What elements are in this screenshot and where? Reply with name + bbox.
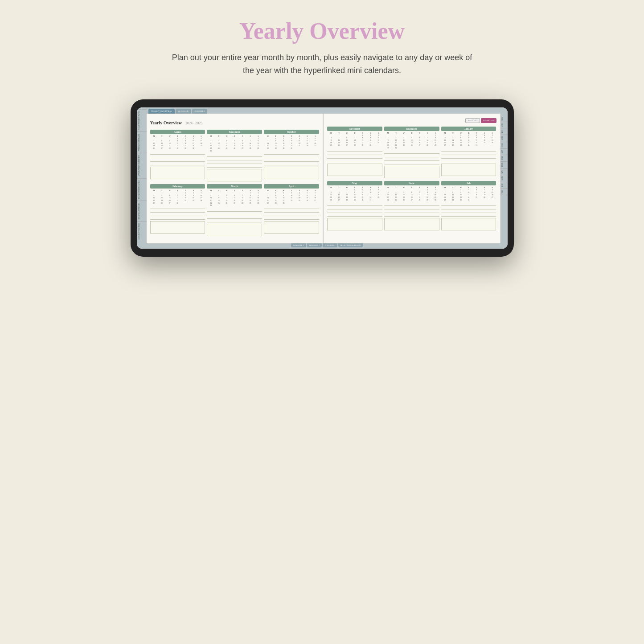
sidebar-tab-apr[interactable]: APR (500, 169, 508, 176)
sidebar-tab-jul[interactable]: JUL (500, 189, 508, 195)
sidebar-tab-nov[interactable]: NOV (500, 135, 508, 142)
sidebar-tab-application[interactable]: APPLICATION OVERVIEW (137, 153, 147, 178)
sidebar-tab-extra[interactable]: EXTRACURRICULARS (137, 178, 147, 201)
note-line (441, 203, 496, 206)
october-header[interactable]: October (264, 130, 319, 134)
january-header[interactable]: January (441, 127, 496, 131)
tab-25-goals[interactable]: 25 GOALS (192, 109, 208, 114)
note-line (207, 216, 262, 219)
january-cal: MTWTFSS 12345 6789101112 13141516171819 … (441, 132, 496, 147)
sidebar-tab-may[interactable]: MAY (500, 175, 508, 182)
may-cal: MTWTFSS 1234 567891011 12131415161718 19… (327, 186, 382, 201)
goals-button[interactable]: 2024 GOALS (465, 118, 480, 123)
note-box (150, 167, 205, 179)
december-days-header: MTWTFSS (384, 132, 439, 134)
sidebar-tab-oct[interactable]: OCT (500, 128, 508, 135)
note-line (384, 210, 439, 213)
august-cal: MTWTFSS 1234 567891011 12131415161718 19… (150, 135, 205, 150)
june-grid: 12 3456789 10111213141516 17181920212223… (384, 189, 439, 201)
right-planner-header: 2024 GOALS DASHBOARD (327, 118, 496, 123)
july-grid: 123456 78910111213 14151617181920 212223… (441, 189, 496, 201)
left-page: Yearly Overview 2024 · 2025 August MTWTF… (147, 114, 324, 243)
sidebar-tab-sep[interactable]: SEP (500, 122, 508, 128)
note-line (207, 164, 262, 168)
note-line (150, 206, 205, 209)
november-header[interactable]: November (327, 127, 382, 131)
march-header[interactable]: March (207, 184, 262, 189)
note-line (441, 210, 496, 213)
note-box (384, 166, 439, 178)
planner-title: Yearly Overview (150, 120, 182, 125)
sidebar-tab-dec[interactable]: DEC (500, 142, 508, 149)
october-grid: 123456 78910111213 14151617181920 212223… (264, 138, 319, 150)
note-box (207, 169, 262, 181)
month-june: June MTWTFSS 12 3456789 10111213141516 (384, 181, 439, 230)
may-notes (327, 203, 382, 230)
note-line (207, 212, 262, 215)
sidebar-tab-savings[interactable]: SAVINGS TRACKER (137, 221, 147, 241)
planner-header: Yearly Overview 2024 · 2025 (150, 118, 320, 126)
february-header[interactable]: February (150, 184, 205, 189)
bottom-tabs: SEMESTER 1 SEMESTER 2 POMODORO PROJECTS … (147, 243, 508, 249)
sidebar-tab-mcat[interactable]: MCAT DASHBOARD (137, 201, 147, 221)
tab-pomodoro[interactable]: POMODORO (323, 243, 337, 247)
right-page: 2024 GOALS DASHBOARD November MTWTFSS (324, 114, 500, 243)
july-header[interactable]: Jule (441, 181, 496, 185)
sidebar-tab-jan[interactable]: JAN (500, 149, 508, 155)
may-header[interactable]: May (327, 181, 382, 185)
month-december: December MTWTFSS 1 2345678 9101112131415 (384, 127, 439, 179)
july-notes (441, 203, 496, 230)
note-line (327, 206, 382, 209)
sidebar-tab-jun[interactable]: JUN (500, 182, 508, 189)
tab-yearly-overview[interactable]: YEARLY OVERVIEW (148, 109, 175, 114)
july-days-header: MTWTFSS (441, 186, 496, 189)
note-line (264, 152, 319, 155)
march-notes (207, 209, 262, 236)
note-box (264, 221, 319, 234)
january-days-header: MTWTFSS (441, 132, 496, 134)
september-cal: MTWTFSS 1 2345678 9101112131415 16171819… (207, 135, 262, 153)
june-header[interactable]: June (384, 181, 439, 185)
note-line (441, 206, 496, 209)
header-buttons: 2024 GOALS DASHBOARD (465, 118, 496, 123)
sidebar-tab-premed[interactable]: PREMED CHECKLIST (137, 131, 147, 153)
tab-semester2[interactable]: SEMESTER 2 (307, 243, 322, 247)
september-notes (207, 154, 262, 181)
top-tabs: YEARLY OVERVIEW 24 GOALS 25 GOALS (147, 107, 508, 114)
february-notes (150, 206, 205, 234)
dashboard-button[interactable]: DASHBOARD (481, 118, 496, 123)
months-row-1: August MTWTFSS 1234 567891011 1213141516… (150, 130, 320, 182)
sidebar-tab-feb[interactable]: FEB (500, 155, 508, 161)
month-february: February MTWTFSS 123 45678910 1112131415… (150, 184, 205, 236)
november-days-header: MTWTFSS (327, 132, 382, 134)
note-box (384, 218, 439, 230)
december-grid: 1 2345678 9101112131415 16171819202122 2… (384, 135, 439, 150)
note-line (327, 213, 382, 217)
note-line (384, 203, 439, 206)
note-line (150, 217, 205, 220)
tab-24-goals[interactable]: 24 GOALS (176, 109, 191, 114)
note-line (150, 152, 205, 155)
tab-projects[interactable]: PROJECTS DASHBOARD (338, 243, 363, 247)
october-cal: MTWTFSS 123456 78910111213 1415161718192… (264, 135, 319, 150)
page-title: Yearly Overview (239, 18, 405, 44)
april-header[interactable]: April (264, 184, 319, 189)
tab-semester1[interactable]: SEMESTER 1 (291, 243, 306, 247)
months-row-2: November MTWTFSS 123 45678910 1112131415… (327, 127, 496, 179)
april-days-header: MTWTFSS (264, 189, 319, 192)
february-days-header: MTWTFSS (150, 189, 205, 192)
december-header[interactable]: December (384, 127, 439, 131)
january-notes (441, 148, 496, 176)
may-grid: 1234 567891011 12131415161718 1920212223… (327, 189, 382, 201)
note-line (264, 162, 319, 165)
note-box (264, 167, 319, 179)
month-august: August MTWTFSS 1234 567891011 1213141516… (150, 130, 205, 182)
note-line (150, 155, 205, 158)
sidebar-tab-year-preview[interactable]: YEAR PREVIEW/PLAN (137, 109, 147, 131)
august-header[interactable]: August (150, 130, 205, 134)
september-header[interactable]: September (207, 130, 262, 134)
sidebar-tab-aug[interactable]: AUG (500, 115, 508, 123)
note-line (327, 148, 382, 152)
note-line (264, 206, 319, 209)
sidebar-tab-mar[interactable]: MAR (500, 162, 508, 169)
